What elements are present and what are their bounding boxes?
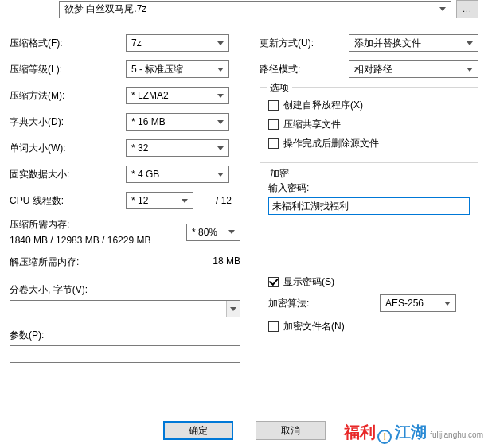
method-select[interactable]: * LZMA2: [126, 87, 229, 104]
watermark: 福利 ! 江湖 fulijianghu.com: [344, 422, 483, 443]
archive-name-dropdown[interactable]: 欲梦 白丝双马尾.7z: [59, 1, 451, 18]
update-select[interactable]: 添加并替换文件: [349, 34, 478, 52]
mem-compress-value: 1840 MB / 12983 MB / 16229 MB: [10, 235, 150, 246]
chevron-down-icon: [467, 68, 473, 72]
password-label: 输入密码:: [268, 181, 470, 195]
chevron-down-icon: [217, 94, 224, 98]
mem-decompress-label: 解压缩所需内存:: [10, 255, 79, 269]
chevron-down-icon: [444, 302, 451, 306]
solid-select[interactable]: * 4 GB: [126, 166, 229, 183]
encrypt-group: 加密 输入密码: 来福利江湖找福利 显示密码(S) 加密算法: AES-256 …: [260, 173, 478, 349]
archive-name-value: 欲梦 白丝双马尾.7z: [64, 2, 146, 16]
path-label: 路径模式:: [260, 63, 349, 76]
split-label: 分卷大小, 字节(V):: [10, 283, 240, 297]
cancel-button[interactable]: 取消: [256, 421, 326, 440]
chevron-down-icon: [217, 120, 224, 124]
shared-label: 压缩共享文件: [283, 118, 341, 131]
split-combo[interactable]: [10, 300, 240, 317]
threads-select[interactable]: * 12: [126, 192, 193, 209]
browse-button[interactable]: ...: [456, 0, 478, 18]
watermark-icon: !: [377, 430, 392, 444]
options-group: 选项 创建自释放程序(X) 压缩共享文件 操作完成后删除源文件: [260, 87, 478, 163]
alg-label: 加密算法:: [268, 297, 380, 310]
encrypt-names-label: 加密文件名(N): [283, 320, 345, 333]
password-input[interactable]: 来福利江湖找福利: [268, 197, 470, 215]
chevron-down-icon: [439, 7, 446, 11]
delete-label: 操作完成后删除源文件: [283, 137, 379, 150]
chevron-down-icon: [182, 199, 188, 203]
encrypt-names-checkbox[interactable]: [268, 321, 279, 332]
solid-label: 固实数据大小:: [10, 168, 126, 181]
word-select[interactable]: * 32: [126, 139, 229, 157]
chevron-down-icon: [228, 230, 235, 234]
ok-button[interactable]: 确定: [163, 421, 233, 440]
threads-total: / 12: [216, 195, 232, 206]
show-password-label: 显示密码(S): [283, 275, 334, 289]
level-select[interactable]: 5 - 标准压缩: [126, 60, 229, 78]
mem-compress-label: 压缩所需内存:: [10, 218, 150, 232]
chevron-down-icon: [217, 68, 224, 72]
format-select[interactable]: 7z: [126, 34, 229, 52]
threads-label: CPU 线程数:: [10, 194, 126, 208]
options-title: 选项: [267, 81, 292, 95]
path-select[interactable]: 相对路径: [349, 60, 478, 78]
word-label: 单词大小(W):: [10, 142, 126, 155]
shared-checkbox[interactable]: [268, 119, 279, 130]
chevron-down-icon: [230, 307, 236, 311]
alg-select[interactable]: AES-256: [380, 294, 456, 312]
params-input[interactable]: [10, 345, 240, 363]
sfx-label: 创建自释放程序(X): [283, 99, 363, 112]
show-password-checkbox[interactable]: [268, 277, 279, 287]
chevron-down-icon: [217, 41, 224, 45]
dict-label: 字典大小(D):: [10, 115, 126, 129]
format-label: 压缩格式(F):: [10, 37, 126, 50]
mem-decompress-value: 18 MB: [213, 255, 240, 269]
level-label: 压缩等级(L):: [10, 63, 126, 76]
chevron-down-icon: [217, 173, 224, 177]
update-label: 更新方式(U):: [260, 37, 349, 50]
mem-percent-select[interactable]: * 80%: [186, 224, 240, 241]
chevron-down-icon: [217, 146, 224, 150]
chevron-down-icon: [467, 41, 473, 45]
dict-select[interactable]: * 16 MB: [126, 113, 229, 131]
delete-checkbox[interactable]: [268, 138, 279, 149]
params-label: 参数(P):: [10, 329, 240, 342]
sfx-checkbox[interactable]: [268, 100, 279, 111]
method-label: 压缩方法(M):: [10, 89, 126, 103]
encrypt-title: 加密: [267, 167, 292, 181]
